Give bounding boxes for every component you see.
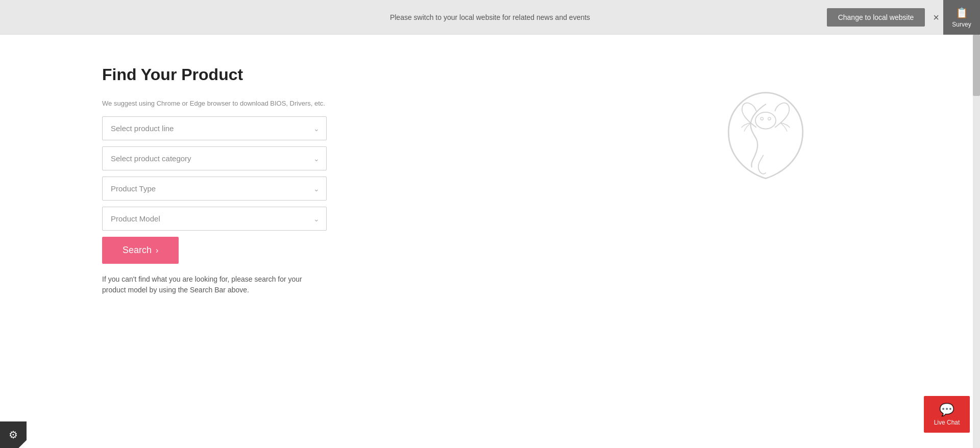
page-title: Find Your Product bbox=[102, 65, 980, 84]
product-line-select[interactable]: Select product line bbox=[102, 116, 327, 140]
help-text: If you can't find what you are looking f… bbox=[102, 274, 327, 295]
live-chat-button[interactable]: 💬 Live Chat bbox=[924, 396, 970, 433]
survey-label: Survey bbox=[952, 21, 971, 28]
product-model-wrapper: Product Model ⌄ bbox=[102, 207, 327, 231]
main-content: Find Your Product We suggest using Chrom… bbox=[0, 35, 980, 448]
survey-button[interactable]: 📋 Survey bbox=[943, 0, 980, 35]
product-model-select[interactable]: Product Model bbox=[102, 207, 327, 231]
close-notification-button[interactable]: × bbox=[933, 12, 939, 22]
notification-bar: Please switch to your local website for … bbox=[0, 0, 980, 35]
msi-dragon-logo bbox=[715, 86, 817, 188]
survey-icon: 📋 bbox=[955, 7, 968, 19]
search-arrow-icon: › bbox=[156, 246, 158, 255]
live-chat-label: Live Chat bbox=[934, 419, 960, 426]
search-button[interactable]: Search › bbox=[102, 237, 179, 264]
product-category-select[interactable]: Select product category bbox=[102, 146, 327, 170]
product-type-select[interactable]: Product Type bbox=[102, 177, 327, 201]
product-form: Select product line ⌄ Select product cat… bbox=[102, 116, 327, 295]
change-local-button[interactable]: Change to local website bbox=[827, 8, 925, 27]
svg-point-1 bbox=[761, 117, 763, 120]
notification-text: Please switch to your local website for … bbox=[390, 13, 590, 21]
chat-icon: 💬 bbox=[939, 403, 954, 417]
search-label: Search bbox=[122, 245, 152, 256]
scrollbar-track bbox=[973, 35, 980, 448]
scrollbar-thumb[interactable] bbox=[973, 35, 980, 96]
product-type-wrapper: Product Type ⌄ bbox=[102, 177, 327, 201]
gear-icon: ⚙ bbox=[9, 429, 18, 441]
product-category-wrapper: Select product category ⌄ bbox=[102, 146, 327, 170]
svg-point-0 bbox=[755, 112, 776, 129]
notification-actions: Change to local website × bbox=[827, 8, 939, 27]
product-line-wrapper: Select product line ⌄ bbox=[102, 116, 327, 140]
svg-point-2 bbox=[768, 117, 771, 120]
suggestion-text: We suggest using Chrome or Edge browser … bbox=[102, 99, 980, 107]
